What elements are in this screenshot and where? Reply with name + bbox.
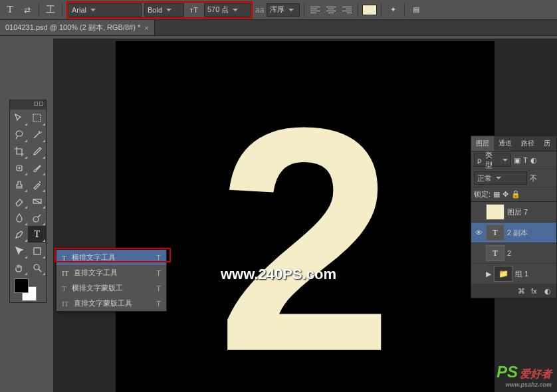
font-style-dropdown[interactable]: Bold: [144, 3, 184, 17]
layers-panel: 图层 通道 路径 历 ρ类型 ▣ T ◐ 正常 不 锁定: ▦ ✥ 🔒 图层 7…: [471, 136, 557, 298]
tab-paths[interactable]: 路径: [516, 136, 539, 151]
layer-thumb: [486, 204, 504, 220]
opacity-label: 不: [530, 173, 537, 183]
options-bar: T ⇄ 工 Arial Bold тT 570 点 aa 浑厚 ✦ ▤: [0, 0, 557, 20]
lasso-tool[interactable]: [10, 126, 28, 143]
stamp-tool[interactable]: [10, 176, 28, 193]
visibility-toggle[interactable]: [474, 248, 483, 258]
layer-name: 2 副本: [507, 228, 528, 238]
layer-row[interactable]: 图层 7: [471, 202, 556, 223]
canvas[interactable]: 2: [116, 41, 495, 392]
tools-panel-header[interactable]: [10, 100, 46, 110]
dodge-tool[interactable]: [28, 209, 46, 226]
color-swatches[interactable]: [10, 276, 46, 302]
lock-all-icon[interactable]: 🔒: [511, 190, 520, 199]
flyout-item-label: 横排文字工具: [72, 252, 116, 262]
character-panel-icon[interactable]: ▤: [409, 3, 423, 17]
font-family-dropdown[interactable]: Arial: [68, 3, 142, 17]
marquee-tool[interactable]: [28, 110, 46, 126]
flyout-vertical-type[interactable]: IT 直排文字工具 T: [56, 265, 166, 280]
svg-rect-0: [33, 114, 41, 122]
visibility-toggle[interactable]: 👁: [474, 228, 483, 237]
svg-point-4: [33, 217, 39, 222]
antialias-value: 浑厚: [270, 5, 284, 15]
layer-row[interactable]: ▶ 📁 组 1: [471, 264, 556, 284]
font-size-dropdown[interactable]: 570 点: [204, 3, 251, 17]
lock-pixels-icon[interactable]: ▦: [493, 190, 500, 199]
text-tool-icon[interactable]: T: [3, 3, 17, 17]
gradient-tool[interactable]: [28, 193, 46, 209]
logo-ps: PS: [497, 363, 518, 381]
svg-point-1: [16, 131, 23, 136]
document-tab-bar: 0104231.psd @ 100% (2 副本, RGB/8#) * ×: [0, 20, 557, 36]
layers-panel-tabs: 图层 通道 路径 历: [471, 136, 556, 151]
antialias-label: aa: [255, 5, 264, 15]
layer-thumb: 📁: [494, 266, 512, 282]
flyout-vertical-mask[interactable]: IT 直排文字蒙版工具 T: [56, 296, 166, 311]
type-tool[interactable]: T: [28, 226, 46, 243]
layer-thumb: T: [486, 245, 504, 261]
tab-history[interactable]: 历: [539, 136, 555, 151]
layer-kind-dropdown[interactable]: ρ类型: [474, 153, 511, 167]
flyout-horizontal-type[interactable]: T 横排文字工具 T: [56, 250, 166, 265]
type-tool-flyout: T 横排文字工具 T IT 直排文字工具 T T 横排文字蒙版工 T IT 直排…: [56, 249, 167, 312]
flyout-item-label: 横排文字蒙版工: [72, 283, 123, 293]
document-tab[interactable]: 0104231.psd @ 100% (2 副本, RGB/8#) * ×: [0, 20, 155, 35]
font-settings-highlight: Arial Bold тT 570 点: [66, 1, 253, 19]
history-brush-tool[interactable]: [28, 176, 46, 193]
eyedropper-tool[interactable]: [28, 143, 46, 159]
antialias-dropdown[interactable]: 浑厚: [267, 3, 300, 17]
text-color-swatch[interactable]: [362, 5, 377, 15]
layer-row[interactable]: 👁 T 2 副本: [471, 223, 556, 243]
swap-orientation-icon[interactable]: ⇄: [20, 3, 35, 17]
lock-row: 锁定: ▦ ✥ 🔒: [471, 187, 556, 202]
path-select-tool[interactable]: [10, 243, 28, 259]
flyout-shortcut: T: [156, 284, 161, 292]
flyout-item-label: 直排文字蒙版工具: [74, 298, 132, 308]
warp-text-icon[interactable]: ✦: [386, 3, 400, 17]
eraser-tool[interactable]: [10, 193, 28, 209]
link-layers-icon[interactable]: ⌘: [518, 287, 527, 295]
svg-rect-5: [34, 248, 41, 254]
filter-icon[interactable]: ◐: [530, 156, 537, 165]
close-tab-icon[interactable]: ×: [144, 24, 148, 32]
align-right-button[interactable]: [340, 4, 354, 16]
blur-tool[interactable]: [10, 209, 28, 226]
align-left-button[interactable]: [308, 4, 322, 16]
fx-icon[interactable]: fx: [531, 287, 540, 295]
heal-tool[interactable]: [10, 159, 28, 176]
align-center-button[interactable]: [324, 4, 338, 16]
vertical-text-icon[interactable]: 工: [43, 3, 58, 17]
mask-icon[interactable]: ◐: [544, 287, 554, 295]
foreground-swatch[interactable]: [14, 278, 29, 293]
pen-tool[interactable]: [10, 226, 28, 243]
layer-row[interactable]: T 2: [471, 243, 556, 264]
shape-tool[interactable]: [28, 243, 46, 259]
blend-mode-dropdown[interactable]: 正常: [474, 171, 527, 185]
hand-tool[interactable]: [10, 259, 28, 276]
font-family-value: Arial: [72, 6, 86, 14]
font-size-icon: тT: [187, 3, 201, 17]
blend-mode-row: 正常 不: [471, 169, 556, 187]
brush-tool[interactable]: [28, 159, 46, 176]
layer-name: 图层 7: [507, 207, 528, 217]
flyout-shortcut: T: [156, 254, 161, 262]
lock-position-icon[interactable]: ✥: [502, 190, 508, 199]
filter-icon[interactable]: T: [523, 156, 528, 164]
crop-tool[interactable]: [10, 143, 28, 159]
expand-icon[interactable]: ▶: [486, 270, 491, 278]
flyout-horizontal-mask[interactable]: T 横排文字蒙版工 T: [56, 280, 166, 296]
filter-icon[interactable]: ▣: [514, 156, 520, 165]
tab-channels[interactable]: 通道: [494, 136, 516, 151]
font-size-value: 570 点: [207, 5, 229, 15]
flyout-shortcut: T: [156, 269, 161, 277]
visibility-toggle[interactable]: [474, 269, 483, 278]
wand-tool[interactable]: [28, 126, 46, 143]
layer-name: 组 1: [515, 269, 528, 279]
visibility-toggle[interactable]: [474, 207, 483, 217]
zoom-tool[interactable]: [28, 259, 46, 276]
site-logo: PS 爱好者 www.psahz.com: [497, 363, 552, 388]
move-tool[interactable]: [10, 110, 28, 126]
tab-layers[interactable]: 图层: [471, 136, 494, 151]
svg-point-6: [34, 264, 39, 270]
